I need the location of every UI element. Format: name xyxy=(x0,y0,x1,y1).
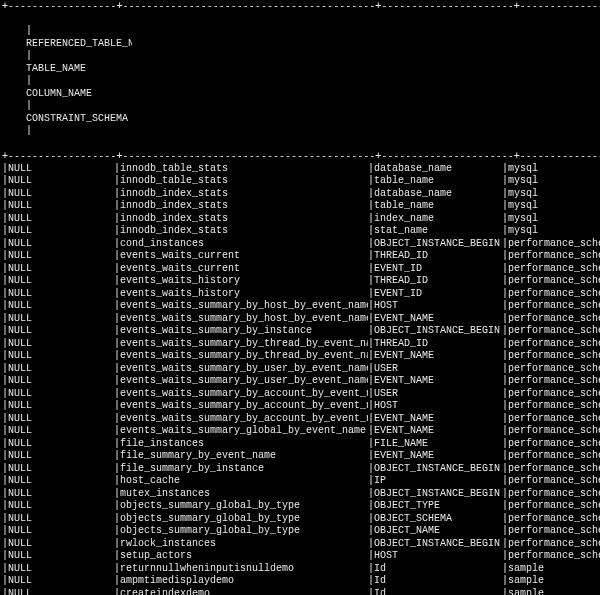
cell-referenced-table-name: NULL xyxy=(8,563,114,576)
cell-referenced-table-name: NULL xyxy=(8,325,114,338)
table-row: |NULL|events_waits_summary_by_thread_by_… xyxy=(2,350,598,363)
table-row: |NULL|events_waits_summary_by_account_by… xyxy=(2,413,598,426)
cell-referenced-table-name: NULL xyxy=(8,463,114,476)
table-row: |NULL|events_waits_current|EVENT_ID|perf… xyxy=(2,263,598,276)
cell-constraint-schema: mysql xyxy=(508,225,600,238)
table-row: |NULL|events_waits_history|THREAD_ID|per… xyxy=(2,275,598,288)
table-row: |NULL|events_waits_current|THREAD_ID|per… xyxy=(2,250,598,263)
cell-table-name: objects_summary_global_by_type xyxy=(120,513,368,526)
cell-constraint-schema: performance_schema xyxy=(508,338,600,351)
col-column-name: COLUMN_NAME xyxy=(26,88,154,101)
cell-table-name: events_waits_summary_by_user_by_event_na… xyxy=(120,375,368,388)
cell-constraint-schema: performance_schema xyxy=(508,513,600,526)
cell-constraint-schema: performance_schema xyxy=(508,300,600,313)
table-row: |NULL|innodb_index_stats|table_name|mysq… xyxy=(2,200,598,213)
cell-referenced-table-name: NULL xyxy=(8,438,114,451)
cell-referenced-table-name: NULL xyxy=(8,200,114,213)
cell-table-name: events_waits_summary_by_account_by_event… xyxy=(120,400,368,413)
cell-column-name: index_name xyxy=(374,213,502,226)
cell-column-name: EVENT_ID xyxy=(374,288,502,301)
cell-constraint-schema: performance_schema xyxy=(508,525,600,538)
cell-constraint-schema: sample xyxy=(508,563,600,576)
cell-constraint-schema: performance_schema xyxy=(508,325,600,338)
cell-column-name: table_name xyxy=(374,175,502,188)
cell-referenced-table-name: NULL xyxy=(8,263,114,276)
table-row: |NULL|objects_summary_global_by_type|OBJ… xyxy=(2,525,598,538)
table-body: |NULL|innodb_table_stats|database_name|m… xyxy=(2,163,598,596)
cell-referenced-table-name: NULL xyxy=(8,488,114,501)
table-row: |NULL|events_waits_summary_by_account_by… xyxy=(2,400,598,413)
cell-table-name: events_waits_summary_by_host_by_event_na… xyxy=(120,313,368,326)
cell-table-name: events_waits_history xyxy=(120,275,368,288)
cell-referenced-table-name: NULL xyxy=(8,225,114,238)
cell-column-name: OBJECT_SCHEMA xyxy=(374,513,502,526)
table-row: |NULL|objects_summary_global_by_type|OBJ… xyxy=(2,513,598,526)
table-row: |NULL|innodb_index_stats|stat_name|mysql… xyxy=(2,225,598,238)
table-row: |NULL|events_waits_summary_by_instance|O… xyxy=(2,325,598,338)
cell-referenced-table-name: NULL xyxy=(8,525,114,538)
cell-column-name: USER xyxy=(374,363,502,376)
cell-table-name: objects_summary_global_by_type xyxy=(120,500,368,513)
cell-column-name: FILE_NAME xyxy=(374,438,502,451)
cell-table-name: events_waits_summary_by_account_by_event… xyxy=(120,413,368,426)
cell-column-name: table_name xyxy=(374,200,502,213)
cell-column-name: database_name xyxy=(374,163,502,176)
cell-referenced-table-name: NULL xyxy=(8,338,114,351)
table-row: |NULL|file_summary_by_instance|OBJECT_IN… xyxy=(2,463,598,476)
cell-constraint-schema: mysql xyxy=(508,213,600,226)
cell-constraint-schema: performance_schema xyxy=(508,400,600,413)
cell-constraint-schema: performance_schema xyxy=(508,450,600,463)
cell-table-name: innodb_index_stats xyxy=(120,200,368,213)
cell-table-name: file_summary_by_instance xyxy=(120,463,368,476)
cell-table-name: innodb_index_stats xyxy=(120,225,368,238)
table-row: |NULL|events_waits_summary_by_user_by_ev… xyxy=(2,375,598,388)
mysql-output: +------------------+--------------------… xyxy=(0,0,600,595)
cell-table-name: events_waits_current xyxy=(120,250,368,263)
cell-column-name: database_name xyxy=(374,188,502,201)
cell-constraint-schema: performance_schema xyxy=(508,488,600,501)
table-row: |NULL|events_waits_history|EVENT_ID|perf… xyxy=(2,288,598,301)
cell-constraint-schema: performance_schema xyxy=(508,350,600,363)
cell-constraint-schema: performance_schema xyxy=(508,263,600,276)
cell-table-name: events_waits_summary_by_user_by_event_na… xyxy=(120,363,368,376)
cell-column-name: EVENT_NAME xyxy=(374,375,502,388)
table-border-header: +------------------+--------------------… xyxy=(2,150,598,163)
table-row: |NULL|events_waits_summary_by_user_by_ev… xyxy=(2,363,598,376)
cell-constraint-schema: performance_schema xyxy=(508,500,600,513)
cell-column-name: OBJECT_INSTANCE_BEGIN xyxy=(374,325,502,338)
cell-referenced-table-name: NULL xyxy=(8,413,114,426)
cell-referenced-table-name: NULL xyxy=(8,300,114,313)
table-row: |NULL|innodb_index_stats|database_name|m… xyxy=(2,188,598,201)
cell-constraint-schema: performance_schema xyxy=(508,288,600,301)
cell-column-name: EVENT_NAME xyxy=(374,425,502,438)
cell-constraint-schema: performance_schema xyxy=(508,375,600,388)
cell-table-name: events_waits_summary_by_thread_by_event_… xyxy=(120,350,368,363)
cell-table-name: host_cache xyxy=(120,475,368,488)
table-row: |NULL|returnnullwheninputisnulldemo|Id|s… xyxy=(2,563,598,576)
cell-referenced-table-name: NULL xyxy=(8,513,114,526)
table-header-row: | REFERENCED_TABLE_NAME | TABLE_NAME | C… xyxy=(2,13,598,151)
table-row: |NULL|createindexdemo|Id|sample| xyxy=(2,588,598,596)
col-referenced-table-name: REFERENCED_TABLE_NAME xyxy=(26,38,132,51)
cell-referenced-table-name: NULL xyxy=(8,163,114,176)
cell-column-name: EVENT_ID xyxy=(374,263,502,276)
cell-table-name: objects_summary_global_by_type xyxy=(120,525,368,538)
table-row: |NULL|events_waits_summary_by_host_by_ev… xyxy=(2,300,598,313)
cell-column-name: THREAD_ID xyxy=(374,338,502,351)
table-row: |NULL|events_waits_summary_by_thread_by_… xyxy=(2,338,598,351)
table-row: |NULL|objects_summary_global_by_type|OBJ… xyxy=(2,500,598,513)
cell-column-name: THREAD_ID xyxy=(374,250,502,263)
cell-column-name: THREAD_ID xyxy=(374,275,502,288)
cell-constraint-schema: performance_schema xyxy=(508,475,600,488)
cell-column-name: OBJECT_INSTANCE_BEGIN xyxy=(374,463,502,476)
cell-constraint-schema: performance_schema xyxy=(508,275,600,288)
cell-referenced-table-name: NULL xyxy=(8,475,114,488)
cell-table-name: file_summary_by_event_name xyxy=(120,450,368,463)
cell-column-name: OBJECT_INSTANCE_BEGIN xyxy=(374,238,502,251)
cell-referenced-table-name: NULL xyxy=(8,238,114,251)
table-row: |NULL|events_waits_summary_by_host_by_ev… xyxy=(2,313,598,326)
table-row: |NULL|file_instances|FILE_NAME|performan… xyxy=(2,438,598,451)
cell-referenced-table-name: NULL xyxy=(8,288,114,301)
cell-referenced-table-name: NULL xyxy=(8,388,114,401)
cell-table-name: rwlock_instances xyxy=(120,538,368,551)
